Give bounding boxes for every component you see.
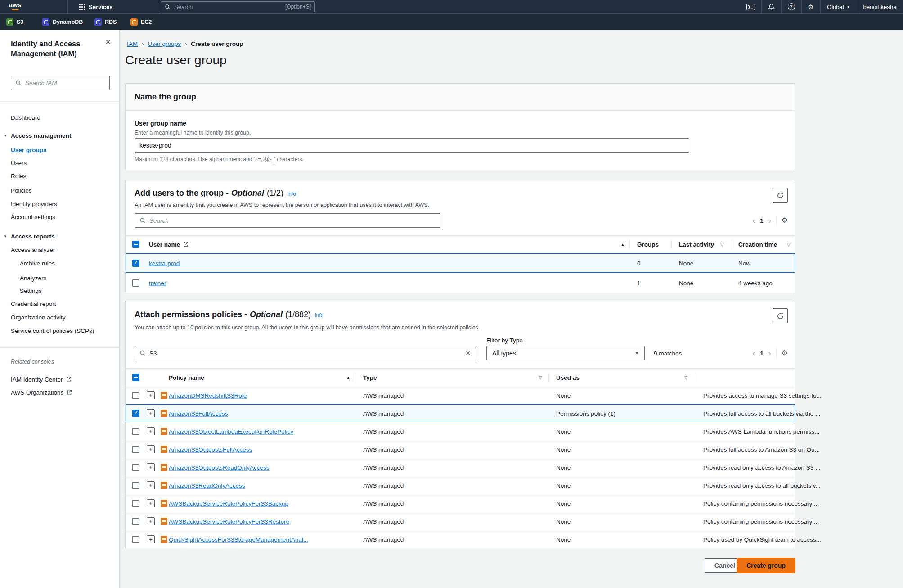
sidebar-item-scps[interactable]: Service control policies (SCPs) [11, 328, 94, 336]
account-menu[interactable]: benoit.kestra [857, 0, 903, 13]
row-checkbox[interactable] [132, 410, 139, 417]
table-preferences-icon[interactable]: ⚙ [782, 350, 788, 357]
type-filter-dropdown[interactable]: All types ▼ [486, 346, 645, 360]
sidebar-item-settings[interactable]: Settings [20, 287, 42, 296]
table-row[interactable]: trainer 1 None 4 weeks ago [126, 273, 795, 293]
expand-row-button[interactable]: + [147, 445, 155, 453]
select-all-policies-checkbox[interactable] [132, 374, 139, 381]
breadcrumb-iam-link[interactable]: IAM [127, 40, 138, 47]
policy-name-link[interactable]: AmazonDMSRedshiftS3Role [169, 392, 247, 399]
sidebar-search-input[interactable] [25, 80, 105, 86]
global-search-input[interactable] [174, 4, 282, 10]
user-name-link[interactable]: trainer [149, 280, 166, 287]
table-row[interactable]: + AmazonS3ReadOnlyAccess AWS managed Non… [126, 476, 795, 494]
table-row[interactable]: + QuickSightAccessForS3StorageManagement… [126, 530, 795, 548]
settings-button[interactable]: ⚙ [802, 0, 820, 13]
sort-icon[interactable]: ▽ [720, 242, 724, 247]
sidebar-item-analyzers[interactable]: Analyzers [20, 275, 46, 283]
region-selector[interactable]: Global ▼ [821, 0, 857, 13]
sidebar-group-access-management[interactable]: ▼Access management [11, 132, 71, 140]
expand-row-button[interactable]: + [147, 463, 155, 471]
user-group-name-input[interactable] [135, 138, 689, 153]
table-row[interactable]: + AmazonDMSRedshiftS3Role AWS managed No… [126, 386, 795, 404]
row-checkbox[interactable] [132, 260, 139, 267]
row-checkbox[interactable] [132, 500, 139, 507]
sidebar-link-aws-organizations[interactable]: AWS Organizations [11, 388, 72, 396]
creation-time-column-header[interactable]: Creation time [738, 241, 777, 248]
previous-page-icon[interactable]: ‹ [752, 216, 755, 224]
clear-search-icon[interactable]: ✕ [464, 350, 472, 357]
expand-row-button[interactable]: + [147, 535, 155, 543]
sidebar-search-box[interactable] [11, 76, 110, 90]
help-button[interactable]: ? [782, 0, 801, 13]
sort-ascending-icon[interactable]: ▲ [620, 242, 625, 247]
cloudshell-button[interactable]: ❯_ [740, 0, 761, 13]
expand-row-button[interactable]: + [147, 499, 155, 507]
sidebar-item-credential-report[interactable]: Credential report [11, 301, 56, 309]
refresh-users-button[interactable] [773, 188, 788, 203]
select-all-users-checkbox[interactable] [132, 241, 139, 248]
policies-search-input[interactable] [149, 350, 461, 357]
table-row[interactable]: + AmazonS3OutpostsReadOnlyAccess AWS man… [126, 458, 795, 476]
table-row[interactable]: + AmazonS3FullAccess AWS managed Permiss… [126, 404, 795, 422]
sidebar-item-user-groups[interactable]: User groups [11, 147, 47, 155]
row-checkbox[interactable] [132, 464, 139, 471]
used-as-column-header[interactable]: Used as [556, 374, 580, 381]
global-search-box[interactable]: [Option+S] [161, 1, 315, 12]
row-checkbox[interactable] [132, 536, 139, 543]
row-checkbox[interactable] [132, 446, 139, 453]
sidebar-item-policies[interactable]: Policies [11, 187, 32, 195]
notifications-button[interactable] [762, 0, 781, 13]
expand-row-button[interactable]: + [147, 427, 155, 435]
sort-icon[interactable]: ▽ [684, 375, 688, 380]
sort-ascending-icon[interactable]: ▲ [346, 375, 350, 380]
row-checkbox[interactable] [132, 392, 139, 399]
sidebar-group-access-reports[interactable]: ▼Access reports [11, 233, 55, 241]
breadcrumb-user-groups-link[interactable]: User groups [148, 40, 181, 47]
refresh-policies-button[interactable] [773, 308, 788, 323]
table-row[interactable]: + AWSBackupServiceRolePolicyForS3Backup … [126, 494, 795, 512]
favorite-s3[interactable]: S3 [6, 14, 23, 30]
current-page[interactable]: 1 [760, 217, 764, 224]
table-row[interactable]: + AmazonS3OutpostsFullAccess AWS managed… [126, 440, 795, 458]
favorite-rds[interactable]: RDS [94, 14, 117, 30]
user-name-link[interactable]: kestra-prod [149, 260, 180, 266]
sidebar-item-account-settings[interactable]: Account settings [11, 214, 55, 222]
policy-name-link[interactable]: AmazonS3OutpostsReadOnlyAccess [169, 464, 270, 471]
previous-page-icon[interactable]: ‹ [752, 349, 755, 357]
policy-name-link[interactable]: AmazonS3ReadOnlyAccess [169, 482, 245, 489]
sidebar-item-access-analyzer[interactable]: Access analyzer [11, 247, 55, 255]
expand-row-button[interactable]: + [147, 391, 155, 399]
last-activity-column-header[interactable]: Last activity [679, 241, 714, 248]
policy-name-link[interactable]: AmazonS3FullAccess [169, 410, 228, 417]
table-preferences-icon[interactable]: ⚙ [782, 217, 788, 224]
sidebar-item-archive-rules[interactable]: Archive rules [20, 260, 55, 268]
row-checkbox[interactable] [132, 518, 139, 525]
sort-icon[interactable]: ▽ [539, 375, 542, 380]
policy-name-link[interactable]: AmazonS3ObjectLambdaExecutionRolePolicy [169, 428, 293, 435]
policy-name-link[interactable]: AWSBackupServiceRolePolicyForS3Restore [169, 518, 289, 525]
next-page-icon[interactable]: › [768, 216, 771, 224]
groups-column-header[interactable]: Groups [637, 241, 659, 248]
row-checkbox[interactable] [132, 279, 139, 287]
user-name-column-header[interactable]: User name [149, 241, 189, 248]
aws-logo[interactable]: aws [9, 2, 22, 10]
row-checkbox[interactable] [132, 482, 139, 489]
sidebar-item-organization-activity[interactable]: Organization activity [11, 314, 66, 322]
table-row[interactable]: + AmazonS3ObjectLambdaExecutionRolePolic… [126, 422, 795, 440]
favorite-dynamodb[interactable]: DynamoDB [42, 14, 83, 30]
next-page-icon[interactable]: › [768, 349, 771, 357]
sidebar-item-users[interactable]: Users [11, 160, 27, 168]
policies-search-box[interactable]: ✕ [135, 346, 476, 360]
sort-icon[interactable]: ▽ [787, 242, 791, 247]
expand-row-button[interactable]: + [147, 409, 155, 417]
info-link[interactable]: Info [314, 312, 323, 319]
sidebar-item-roles[interactable]: Roles [11, 173, 27, 181]
close-icon[interactable]: ✕ [105, 39, 111, 46]
policy-name-column-header[interactable]: Policy name [169, 374, 204, 381]
favorite-ec2[interactable]: EC2 [130, 14, 152, 30]
create-group-button[interactable]: Create group [737, 558, 795, 573]
info-link[interactable]: Info [287, 191, 296, 197]
sidebar-item-dashboard[interactable]: Dashboard [11, 114, 40, 122]
sidebar-item-identity-providers[interactable]: Identity providers [11, 201, 57, 209]
